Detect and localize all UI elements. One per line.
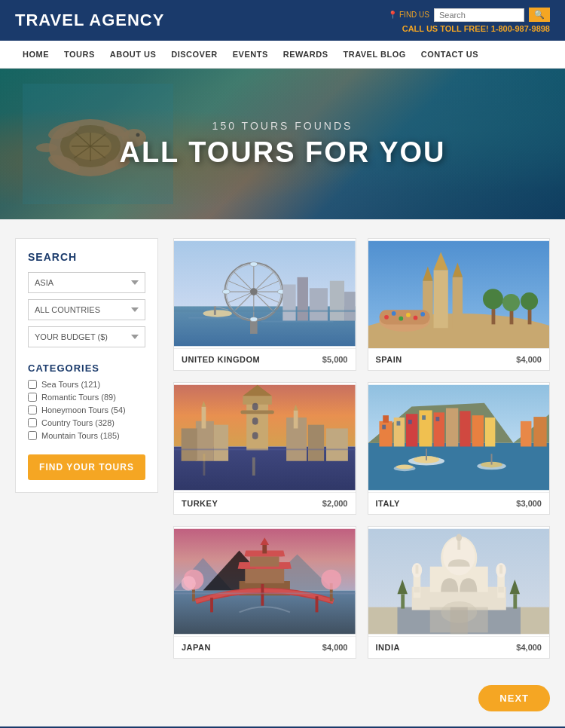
svg-rect-77 <box>182 428 197 460</box>
svg-rect-105 <box>408 420 411 424</box>
svg-point-58 <box>406 313 411 317</box>
svg-rect-80 <box>308 425 324 461</box>
main-nav: HOME TOURS ABOUT US DISCOVER EVENTS REWA… <box>0 41 565 69</box>
tour-info-italy: ITALY $3,000 <box>368 492 550 514</box>
tour-info-india: INDIA $4,000 <box>368 636 550 658</box>
tour-name-italy: ITALY <box>376 499 400 508</box>
tour-image-italy <box>368 383 550 492</box>
svg-rect-114 <box>425 448 426 460</box>
search-section-title: SEARCH <box>28 251 145 263</box>
header: TRAVEL AGENCY 📍 FIND US 🔍 CALL US TOLL F… <box>0 0 565 41</box>
pagination-row: NEXT <box>0 678 565 726</box>
svg-rect-84 <box>294 410 298 428</box>
svg-rect-88 <box>203 454 205 476</box>
nav-contact[interactable]: CONTACT US <box>414 41 486 68</box>
tour-card-spain[interactable]: SPAIN $4,000 <box>368 238 551 371</box>
svg-rect-47 <box>433 270 447 328</box>
nav-tours[interactable]: TOURS <box>56 41 102 68</box>
category-mountain-checkbox[interactable] <box>28 431 37 440</box>
category-honeymoon-checkbox[interactable] <box>28 405 37 414</box>
svg-rect-128 <box>250 556 279 566</box>
tour-image-turkey <box>174 383 356 492</box>
hero-section: 150 TOURS FOUNDS ALL TOURS FOR YOU <box>0 69 565 219</box>
tour-info-spain: SPAIN $4,000 <box>368 348 550 370</box>
svg-rect-117 <box>521 421 531 447</box>
category-romantic: Romantic Tours (89) <box>28 393 145 402</box>
svg-rect-40 <box>174 310 356 312</box>
tour-image-spain <box>368 239 550 348</box>
sidebar: SEARCH ASIA EUROPE AMERICA AFRICA ALL CO… <box>15 238 158 493</box>
tour-name-india: INDIA <box>376 643 400 652</box>
tour-price-italy: $3,000 <box>516 499 542 508</box>
destination-select[interactable]: ASIA EUROPE AMERICA AFRICA <box>28 272 145 293</box>
svg-rect-104 <box>396 421 400 426</box>
svg-rect-102 <box>484 418 494 446</box>
tour-image-uk <box>174 239 356 348</box>
nav-home[interactable]: HOME <box>15 41 56 68</box>
tour-card-italy[interactable]: ITALY $3,000 <box>368 382 551 515</box>
category-country-label: Country Tours (328) <box>41 418 115 427</box>
svg-point-55 <box>384 315 389 320</box>
hero-text: 150 TOURS FOUNDS ALL TOURS FOR YOU <box>119 120 445 169</box>
svg-point-64 <box>502 294 519 311</box>
svg-rect-39 <box>344 292 355 320</box>
svg-rect-99 <box>445 408 457 447</box>
svg-point-56 <box>391 311 396 316</box>
nav-discover[interactable]: DISCOVER <box>163 41 224 68</box>
svg-rect-86 <box>174 448 356 450</box>
category-mountain-label: Mountain Tours (185) <box>41 431 120 440</box>
svg-rect-100 <box>460 411 470 446</box>
tour-info-japan: JAPAN $4,000 <box>174 636 356 658</box>
svg-rect-42 <box>261 321 333 323</box>
tour-name-turkey: TURKEY <box>182 499 218 508</box>
tour-card-uk[interactable]: UNITED KINGDOM $5,000 <box>173 238 356 371</box>
svg-rect-125 <box>245 569 284 583</box>
svg-point-43 <box>203 310 231 317</box>
category-sea-label: Sea Tours (121) <box>41 380 100 389</box>
find-tours-button[interactable]: FIND YOUR TOURS <box>28 454 145 480</box>
categories-section-title: CATEGORIES <box>28 362 145 374</box>
svg-point-33 <box>250 317 258 322</box>
tour-card-japan[interactable]: JAPAN $4,000 <box>173 526 356 659</box>
tour-name-uk: UNITED KINGDOM <box>182 355 260 364</box>
svg-point-62 <box>482 289 502 309</box>
svg-point-18 <box>36 143 57 152</box>
svg-point-113 <box>396 465 413 470</box>
category-romantic-label: Romantic Tours (89) <box>41 393 116 402</box>
svg-rect-44 <box>214 306 216 315</box>
countries-select[interactable]: ALL COUNTRIES UNITED KINGDOM SPAIN TURKE… <box>28 299 145 320</box>
svg-point-138 <box>182 576 196 590</box>
svg-rect-153 <box>415 565 418 574</box>
svg-rect-161 <box>401 594 405 608</box>
nav-about[interactable]: ABOUT US <box>102 41 163 68</box>
category-honeymoon: Honeymoon Tours (54) <box>28 405 145 414</box>
category-country-checkbox[interactable] <box>28 418 37 427</box>
category-country: Country Tours (328) <box>28 418 145 427</box>
next-button[interactable]: NEXT <box>478 685 550 711</box>
tour-price-japan: $4,000 <box>322 643 348 652</box>
svg-rect-74 <box>252 432 258 439</box>
svg-point-34 <box>222 289 230 294</box>
nav-travel-blog[interactable]: TRAVEL BLOG <box>335 41 413 68</box>
tour-card-india[interactable]: INDIA $4,000 <box>368 526 551 659</box>
tour-card-turkey[interactable]: TURKEY $2,000 <box>173 382 356 515</box>
nav-events[interactable]: EVENTS <box>225 41 276 68</box>
svg-rect-73 <box>252 418 258 425</box>
svg-point-29 <box>250 288 258 295</box>
svg-point-59 <box>413 316 417 320</box>
search-button[interactable]: 🔍 <box>529 8 550 22</box>
svg-rect-118 <box>533 417 546 446</box>
tour-image-japan <box>174 527 356 636</box>
search-input[interactable] <box>434 8 524 22</box>
category-mountain: Mountain Tours (185) <box>28 431 145 440</box>
tour-price-spain: $4,000 <box>516 355 542 364</box>
category-sea-checkbox[interactable] <box>28 380 37 389</box>
nav-rewards[interactable]: REWARDS <box>276 41 336 68</box>
category-romantic-checkbox[interactable] <box>28 393 37 402</box>
svg-rect-131 <box>262 543 267 553</box>
hero-sub-title: 150 TOURS FOUNDS <box>119 120 445 132</box>
svg-rect-36 <box>298 277 308 321</box>
tour-name-spain: SPAIN <box>376 355 402 364</box>
budget-select[interactable]: YOUR BUDGET ($) $1,000 - $2,000 $2,000 -… <box>28 326 145 347</box>
tour-price-turkey: $2,000 <box>322 499 348 508</box>
